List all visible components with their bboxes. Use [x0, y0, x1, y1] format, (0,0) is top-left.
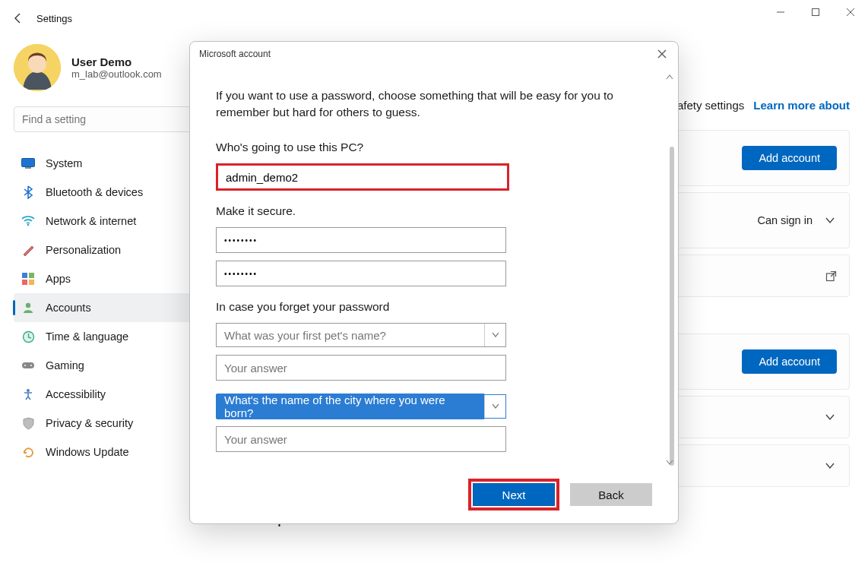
close-icon — [657, 49, 667, 58]
arrow-left-icon — [12, 12, 24, 24]
gamepad-icon — [21, 359, 35, 372]
minimize-button[interactable] — [763, 0, 798, 24]
next-button-highlight: Next — [468, 479, 559, 511]
scroll-up-button[interactable] — [664, 71, 676, 83]
user-area: User Demo m_lab@outlook.com — [14, 44, 162, 91]
paintbrush-icon — [21, 243, 35, 257]
learn-more-link[interactable]: Learn more about — [753, 99, 850, 112]
add-account-button-2[interactable]: Add account — [742, 349, 837, 374]
globe-clock-icon — [21, 330, 35, 343]
svg-rect-6 — [22, 159, 35, 167]
close-button[interactable] — [833, 0, 868, 24]
maximize-icon — [811, 8, 820, 17]
add-account-button[interactable]: Add account — [742, 146, 837, 170]
dialog-titlebar: Microsoft account — [190, 42, 678, 66]
dialog-body: If you want to use a password, choose so… — [190, 66, 678, 473]
dialog-title: Microsoft account — [199, 49, 271, 59]
sidebar-item-label: Apps — [46, 273, 71, 285]
svg-rect-7 — [25, 167, 31, 169]
scroll-down-button[interactable] — [664, 457, 676, 469]
sidebar-item-label: System — [46, 157, 82, 169]
titlebar: Settings — [0, 0, 868, 36]
avatar[interactable] — [14, 44, 61, 91]
security-question-1-value: What was your first pet's name? — [217, 329, 484, 342]
svg-point-5 — [28, 55, 46, 73]
password-label: Make it secure. — [216, 204, 652, 218]
chevron-up-icon — [666, 74, 673, 80]
window-controls — [763, 0, 868, 24]
accessibility-icon — [21, 387, 35, 401]
close-icon — [846, 8, 855, 17]
update-icon — [21, 445, 35, 459]
dialog-intro-text: If you want to use a password, choose so… — [216, 87, 652, 121]
bluetooth-icon — [21, 185, 35, 199]
svg-point-8 — [27, 224, 30, 226]
user-name: User Demo — [71, 55, 162, 68]
svg-point-13 — [26, 303, 30, 308]
external-link-icon — [825, 270, 837, 282]
sidebar-item-label: Privacy & security — [46, 417, 133, 429]
username-label: Who's going to use this PC? — [216, 141, 652, 154]
user-email: m_lab@outlook.com — [71, 68, 162, 80]
security-question-1-select[interactable]: What was your first pet's name? — [216, 323, 506, 347]
microsoft-account-dialog: Microsoft account If you want to use a p… — [189, 41, 679, 524]
minimize-icon — [776, 8, 785, 17]
sidebar-item-label: Personalization — [46, 244, 121, 256]
security-answer-1-input[interactable] — [216, 355, 506, 381]
password-input[interactable] — [216, 227, 506, 253]
back-button[interactable]: Back — [570, 483, 652, 506]
dropdown-button[interactable] — [484, 395, 505, 418]
dialog-scrollbar[interactable] — [664, 71, 676, 469]
security-questions-label: In case you forget your password — [216, 300, 652, 314]
apps-icon — [21, 272, 35, 286]
sidebar-item-label: Windows Update — [46, 446, 129, 458]
expand-button-3[interactable] — [823, 459, 837, 473]
safety-text-fragment: afety settings — [677, 99, 744, 112]
confirm-password-input[interactable] — [216, 261, 506, 286]
svg-point-17 — [30, 365, 32, 366]
chevron-down-icon — [825, 215, 835, 226]
chevron-down-icon — [492, 332, 499, 338]
wifi-icon — [21, 214, 35, 228]
dialog-close-button[interactable] — [651, 45, 673, 63]
back-button[interactable] — [0, 0, 36, 36]
svg-rect-12 — [29, 280, 34, 285]
system-icon — [21, 156, 35, 170]
svg-point-16 — [24, 365, 26, 366]
chevron-down-icon — [666, 460, 673, 466]
svg-rect-1 — [813, 9, 819, 16]
sign-in-status: Can sign in — [757, 214, 813, 226]
svg-rect-11 — [22, 280, 27, 285]
svg-point-18 — [27, 389, 30, 392]
chevron-down-icon — [825, 460, 835, 471]
svg-rect-9 — [22, 273, 27, 278]
chevron-down-icon — [825, 412, 835, 422]
security-question-2-select[interactable]: What's the name of the city where you we… — [216, 394, 506, 419]
expand-button[interactable] — [823, 213, 837, 227]
sidebar-item-label: Gaming — [46, 359, 84, 371]
username-input[interactable] — [216, 163, 509, 191]
sidebar-item-label: Bluetooth & devices — [46, 186, 143, 198]
svg-rect-15 — [22, 362, 34, 368]
person-icon — [21, 301, 35, 315]
next-button[interactable]: Next — [473, 483, 555, 506]
window-title: Settings — [36, 13, 72, 24]
sidebar-item-label: Accessibility — [46, 388, 106, 400]
security-question-2-value: What's the name of the city where you we… — [217, 394, 484, 419]
dialog-footer: Next Back — [190, 473, 678, 523]
sidebar-item-label: Network & internet — [46, 215, 136, 227]
security-answer-2-input[interactable] — [216, 426, 506, 452]
svg-rect-10 — [29, 273, 34, 278]
sidebar-item-label: Time & language — [46, 330, 128, 343]
avatar-icon — [14, 44, 61, 91]
maximize-button[interactable] — [798, 0, 833, 24]
shield-icon — [21, 416, 35, 430]
sidebar-item-label: Accounts — [46, 302, 91, 314]
user-text: User Demo m_lab@outlook.com — [71, 55, 162, 80]
dropdown-button[interactable] — [484, 324, 505, 346]
scroll-thumb[interactable] — [670, 147, 674, 466]
chevron-down-icon — [492, 403, 499, 409]
expand-button-2[interactable] — [823, 410, 837, 424]
open-external-button[interactable] — [825, 270, 837, 282]
